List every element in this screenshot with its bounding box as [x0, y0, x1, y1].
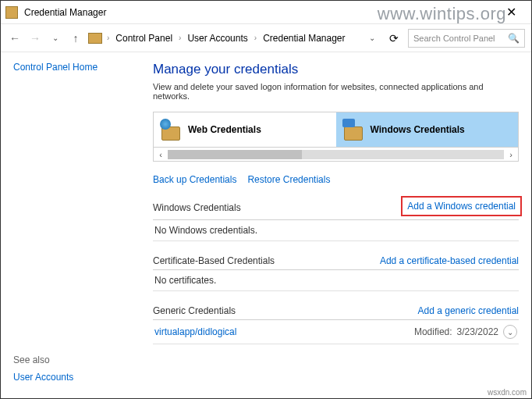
recent-dropdown[interactable]: ⌄: [48, 30, 63, 46]
credential-meta: Modified: 3/23/2022 ⌄: [414, 325, 517, 339]
source-label: wsxdn.com: [488, 388, 527, 397]
credential-tabs: Web Credentials Windows Credentials: [153, 112, 519, 148]
expand-icon[interactable]: ⌄: [503, 325, 517, 339]
credential-row[interactable]: virtualapp/didlogical Modified: 3/23/202…: [153, 320, 519, 344]
empty-message: No Windows credentials.: [153, 220, 519, 241]
modified-date: 3/23/2022: [457, 326, 498, 337]
folder-icon: [88, 33, 102, 44]
web-credentials-icon: [160, 119, 182, 141]
empty-message: No certificates.: [153, 270, 519, 291]
modified-label: Modified:: [414, 326, 452, 337]
breadcrumb-item[interactable]: Credential Manager: [260, 31, 348, 45]
scroll-left-icon[interactable]: ‹: [154, 150, 168, 159]
chevron-right-icon: ›: [254, 34, 257, 42]
backup-credentials-link[interactable]: Back up Credentials: [153, 174, 236, 185]
close-button[interactable]: ✕: [495, 2, 527, 23]
section-windows-credentials: Windows Credentials Add a Windows creden…: [153, 199, 519, 241]
sidebar-user-accounts-link[interactable]: User Accounts: [13, 372, 140, 383]
add-windows-credential-link[interactable]: Add a Windows credential: [401, 196, 522, 216]
scroll-right-icon[interactable]: ›: [504, 150, 518, 159]
breadcrumb-item[interactable]: User Accounts: [184, 31, 250, 45]
sidebar: Control Panel Home See also User Account…: [1, 52, 153, 398]
address-dropdown[interactable]: ⌄: [364, 34, 380, 42]
content: Control Panel Home See also User Account…: [1, 52, 531, 398]
search-icon[interactable]: 🔍: [508, 33, 520, 44]
main: Manage your credentials View and delete …: [153, 52, 531, 398]
tab-web-credentials[interactable]: Web Credentials: [154, 112, 336, 147]
window-title: Credential Manager: [24, 7, 495, 18]
titlebar: Credential Manager ✕: [1, 1, 531, 24]
search-placeholder: Search Control Panel: [413, 34, 495, 43]
app-icon: [5, 6, 18, 19]
tab-label: Windows Credentials: [371, 124, 465, 135]
page-description: View and delete your saved logon informa…: [153, 82, 519, 101]
section-generic-credentials: Generic Credentials Add a generic creden…: [153, 305, 519, 344]
restore-credentials-link[interactable]: Restore Credentials: [247, 174, 330, 185]
refresh-button[interactable]: ⟳: [385, 32, 403, 45]
sidebar-home-link[interactable]: Control Panel Home: [13, 62, 140, 73]
action-links: Back up Credentials Restore Credentials: [153, 174, 519, 185]
chevron-right-icon: ›: [179, 34, 181, 42]
search-input[interactable]: Search Control Panel 🔍: [408, 29, 525, 48]
credential-name: virtualapp/didlogical: [154, 326, 236, 337]
breadcrumb: › Control Panel › User Accounts › Creden…: [107, 31, 360, 45]
add-generic-credential-link[interactable]: Add a generic credential: [418, 305, 519, 316]
windows-credentials-icon: [342, 119, 364, 141]
tab-windows-credentials[interactable]: Windows Credentials: [336, 112, 519, 147]
breadcrumb-item[interactable]: Control Panel: [112, 31, 176, 45]
chevron-right-icon: ›: [107, 34, 109, 42]
add-certificate-credential-link[interactable]: Add a certificate-based credential: [380, 255, 519, 266]
section-title: Generic Credentials: [153, 305, 236, 316]
page-title: Manage your credentials: [153, 62, 519, 77]
scroll-thumb[interactable]: [168, 150, 302, 159]
see-also-label: See also: [13, 354, 140, 365]
tab-scrollbar[interactable]: ‹ ›: [153, 148, 519, 162]
forward-button[interactable]: →: [27, 30, 43, 46]
tab-label: Web Credentials: [188, 124, 261, 135]
section-certificate-credentials: Certificate-Based Credentials Add a cert…: [153, 255, 519, 291]
back-button[interactable]: ←: [7, 30, 23, 46]
up-button[interactable]: ↑: [68, 30, 83, 46]
scroll-track[interactable]: [168, 150, 504, 159]
section-title: Windows Credentials: [153, 202, 241, 213]
section-title: Certificate-Based Credentials: [153, 255, 275, 266]
navbar: ← → ⌄ ↑ › Control Panel › User Accounts …: [1, 24, 531, 52]
